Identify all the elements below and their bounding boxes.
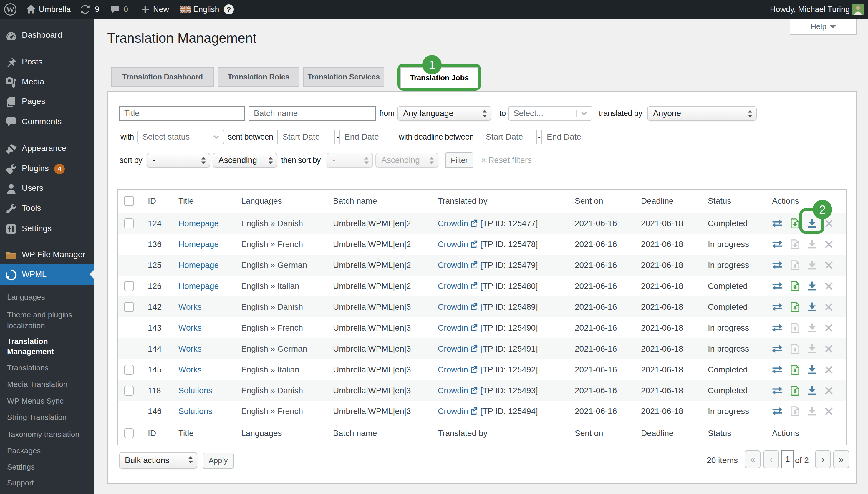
svg-text:?: ? [226,5,231,14]
svg-text:W: W [6,5,15,14]
